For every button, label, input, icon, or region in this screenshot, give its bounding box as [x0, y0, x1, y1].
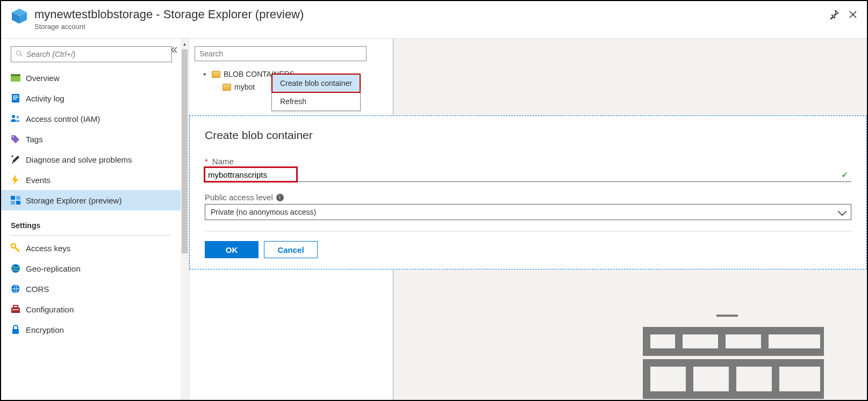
nav-label: Configuration	[26, 305, 74, 314]
svg-rect-27	[12, 329, 19, 334]
scroll-up-icon[interactable]: ▴	[181, 39, 189, 48]
svg-rect-9	[13, 97, 18, 98]
nav-label: Overview	[26, 74, 60, 83]
nav-label: CORS	[26, 285, 49, 294]
check-icon: ✓	[841, 170, 848, 180]
overview-icon	[11, 73, 20, 83]
tree-search-input[interactable]	[199, 49, 362, 58]
lock-icon	[11, 325, 20, 334]
nav-label: Geo-replication	[26, 264, 81, 273]
name-label: * Name	[205, 157, 851, 166]
collapse-sidebar-icon[interactable]	[170, 46, 178, 55]
svg-rect-29	[647, 331, 824, 352]
chevron-down-icon	[839, 208, 845, 216]
svg-line-4	[20, 54, 23, 56]
create-blob-container-form: Create blob container * Name ✓ Public ac…	[189, 115, 867, 269]
nav-label: Activity log	[26, 94, 64, 103]
access-level-label: Public access level i	[205, 193, 851, 202]
storage-explorer-icon	[11, 195, 20, 205]
caret-down-icon[interactable]: ▾	[203, 71, 209, 78]
svg-rect-6	[11, 74, 20, 76]
svg-rect-8	[13, 96, 18, 97]
svg-point-19	[11, 244, 16, 248]
nav-label: Access keys	[26, 244, 70, 253]
svg-rect-16	[16, 196, 20, 200]
background-graphic	[630, 315, 824, 401]
name-input[interactable]	[208, 170, 841, 179]
info-icon[interactable]: i	[276, 194, 284, 201]
select-value: Private (no anonymous access)	[211, 208, 316, 216]
page-header: mynewtestblobstorage - Storage Explorer …	[1, 1, 867, 39]
nav-events[interactable]: Events	[1, 170, 181, 190]
nav-overview[interactable]: Overview	[1, 68, 181, 88]
nav-tags[interactable]: Tags	[1, 129, 181, 149]
search-icon	[16, 50, 23, 59]
context-refresh[interactable]: Refresh	[272, 92, 360, 111]
divider	[11, 235, 171, 236]
sidebar-search[interactable]	[11, 46, 172, 62]
close-icon[interactable]	[849, 10, 857, 20]
pin-icon[interactable]	[829, 10, 839, 21]
svg-point-11	[12, 115, 15, 118]
nav-label: Encryption	[26, 325, 64, 334]
access-control-icon	[11, 114, 20, 123]
svg-rect-25	[13, 305, 18, 308]
svg-rect-24	[11, 308, 20, 313]
nav-label: Diagnose and solve problems	[26, 155, 132, 164]
main-area: ▾ BLOB CONTAINERS mybot Create blob cont…	[189, 39, 867, 401]
sidebar: Overview Activity log Access control (IA…	[1, 39, 189, 401]
configuration-icon	[11, 304, 20, 314]
svg-point-3	[17, 50, 21, 55]
svg-point-13	[12, 136, 14, 138]
svg-rect-7	[12, 94, 19, 103]
svg-rect-10	[13, 99, 17, 100]
sidebar-search-input[interactable]	[26, 50, 167, 59]
folder-icon	[212, 71, 220, 78]
scrollbar-thumb[interactable]	[182, 49, 188, 253]
activity-log-icon	[11, 93, 20, 103]
divider	[205, 231, 851, 231]
svg-rect-18	[16, 201, 20, 205]
settings-header: Settings	[1, 210, 181, 233]
svg-rect-15	[11, 196, 15, 200]
page-subtitle: Storage account	[34, 23, 829, 31]
tree-label: mybot	[234, 83, 255, 91]
tree-search[interactable]	[195, 46, 367, 61]
nav-storage-explorer[interactable]: Storage Explorer (preview)	[1, 190, 181, 210]
nav-diagnose[interactable]: Diagnose and solve problems	[1, 149, 181, 170]
svg-point-22	[11, 264, 20, 273]
context-menu: Create blob container Refresh	[271, 74, 361, 111]
storage-cube-icon	[11, 8, 28, 25]
nav-encryption[interactable]: Encryption	[1, 319, 181, 340]
folder-icon	[223, 84, 231, 91]
cancel-button[interactable]: Cancel	[264, 241, 318, 258]
events-icon	[11, 175, 20, 185]
nav-geo-replication[interactable]: Geo-replication	[1, 258, 181, 279]
svg-line-21	[18, 249, 19, 250]
nav-activity-log[interactable]: Activity log	[1, 88, 181, 108]
svg-rect-17	[11, 201, 15, 205]
name-input-wrap[interactable]: ✓	[205, 168, 851, 182]
svg-rect-26	[12, 309, 19, 310]
nav-access-keys[interactable]: Access keys	[1, 238, 181, 258]
svg-point-12	[17, 116, 19, 119]
sidebar-scrollbar[interactable]: ▴	[181, 39, 189, 401]
key-icon	[11, 243, 20, 253]
nav-label: Storage Explorer (preview)	[26, 196, 121, 205]
required-indicator: *	[205, 157, 208, 166]
nav-access-control[interactable]: Access control (IAM)	[1, 108, 181, 129]
ok-button[interactable]: OK	[205, 241, 259, 258]
nav-label: Access control (IAM)	[26, 114, 100, 123]
nav-label: Tags	[26, 135, 43, 144]
nav-label: Events	[26, 176, 51, 185]
cors-icon	[11, 284, 20, 294]
diagnose-icon	[11, 155, 20, 164]
svg-line-14	[12, 156, 13, 157]
nav-configuration[interactable]: Configuration	[1, 299, 181, 319]
form-title: Create blob container	[205, 129, 851, 142]
globe-icon	[11, 264, 20, 273]
access-level-select[interactable]: Private (no anonymous access)	[205, 204, 851, 220]
context-create-blob-container[interactable]: Create blob container	[272, 74, 360, 92]
nav-cors[interactable]: CORS	[1, 279, 181, 299]
page-title: mynewtestblobstorage - Storage Explorer …	[34, 8, 829, 21]
